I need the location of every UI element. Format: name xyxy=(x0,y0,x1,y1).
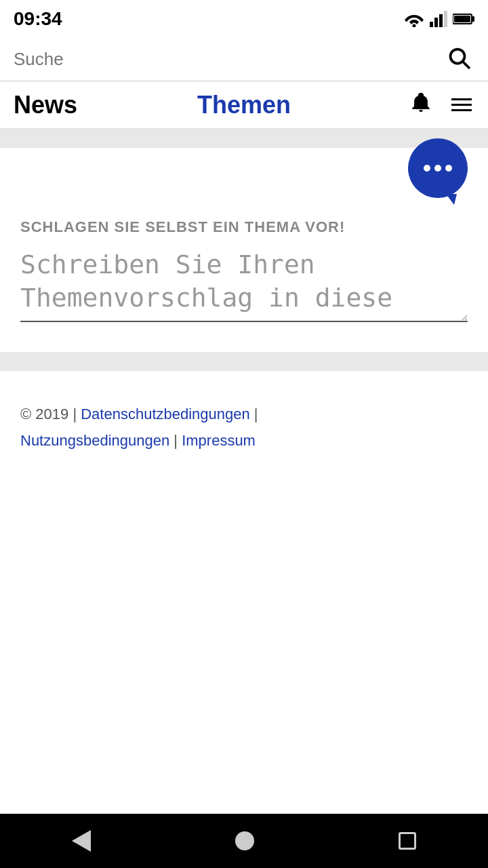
impressum-link[interactable]: Impressum xyxy=(182,432,256,449)
status-bar: 09:34 xyxy=(0,0,488,38)
nav-bar: News Themen xyxy=(0,81,488,129)
content-area: SCHLAGEN SIE SELBST EIN THEMA VOR! © 201… xyxy=(0,129,488,814)
footer-sep2: | xyxy=(169,432,182,449)
android-home-button[interactable] xyxy=(235,831,254,850)
android-back-button[interactable] xyxy=(72,830,91,852)
status-icons xyxy=(404,11,474,27)
svg-point-8 xyxy=(451,50,465,64)
svg-rect-1 xyxy=(430,22,433,27)
dot-1 xyxy=(424,165,430,172)
menu-button[interactable] xyxy=(449,96,474,114)
svg-rect-2 xyxy=(434,18,438,27)
proposal-section: SCHLAGEN SIE SELBST EIN THEMA VOR! xyxy=(0,198,488,352)
android-nav-bar xyxy=(0,814,488,868)
svg-rect-3 xyxy=(439,14,443,27)
bell-icon xyxy=(409,91,432,114)
status-time: 09:34 xyxy=(14,8,62,30)
menu-line-3 xyxy=(451,109,472,111)
search-icon xyxy=(447,46,472,71)
footer-copyright: © 2019 | xyxy=(20,406,81,422)
menu-line-2 xyxy=(451,104,472,106)
chat-bubble-button[interactable] xyxy=(408,138,468,198)
menu-line-1 xyxy=(451,98,472,100)
footer: © 2019 | Datenschutzbedingungen | Nutzun… xyxy=(0,387,488,481)
search-bar xyxy=(0,38,488,81)
signal-icon xyxy=(430,11,447,27)
svg-rect-7 xyxy=(454,16,470,22)
wifi-icon xyxy=(404,11,424,27)
home-icon xyxy=(235,831,254,850)
battery-icon xyxy=(453,13,474,25)
chat-bubble-dots xyxy=(424,165,452,172)
nav-news-label[interactable]: News xyxy=(14,91,167,119)
dot-3 xyxy=(445,165,452,172)
svg-line-9 xyxy=(463,62,470,68)
footer-sep1: | xyxy=(250,406,258,422)
nav-themen-label[interactable]: Themen xyxy=(167,91,321,119)
proposal-input[interactable] xyxy=(20,248,468,322)
dot-2 xyxy=(434,165,441,172)
nutzung-link[interactable]: Nutzungsbedingungen xyxy=(20,432,169,449)
datenschutz-link[interactable]: Datenschutzbedingungen xyxy=(81,406,250,422)
proposal-label: SCHLAGEN SIE SELBST EIN THEMA VOR! xyxy=(20,218,468,236)
nav-icons xyxy=(321,91,474,119)
recents-icon xyxy=(399,832,416,850)
chat-bubble-container xyxy=(0,138,488,198)
bottom-separator xyxy=(0,352,488,371)
svg-point-0 xyxy=(413,24,416,28)
back-icon xyxy=(72,830,91,852)
notification-bell-button[interactable] xyxy=(409,91,432,119)
search-button[interactable] xyxy=(445,43,474,75)
svg-rect-6 xyxy=(472,16,474,22)
android-recents-button[interactable] xyxy=(399,832,416,850)
search-input[interactable] xyxy=(14,49,445,70)
svg-rect-4 xyxy=(444,11,447,27)
